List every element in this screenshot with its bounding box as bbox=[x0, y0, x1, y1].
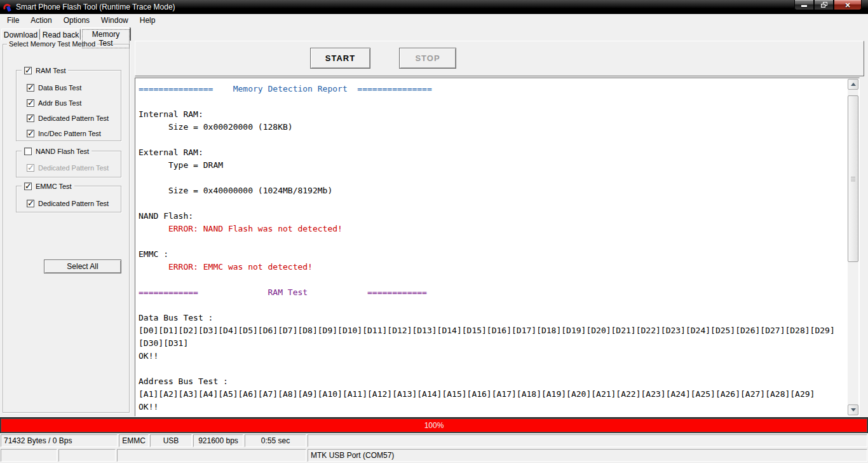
checkbox-inc-dec-pattern-test[interactable]: Inc/Dec Pattern Test bbox=[27, 129, 101, 138]
console-line: OK!! bbox=[139, 350, 848, 363]
status-bar-row2: MTK USB Port (COM57) bbox=[0, 448, 868, 463]
start-button[interactable]: START bbox=[310, 48, 370, 69]
checkbox-ram-test[interactable]: RAM Test bbox=[22, 66, 68, 75]
checkbox-emmc-dedicated-pattern-test[interactable]: Dedicated Pattern Test bbox=[27, 199, 109, 208]
nand-flash-test-group: NAND Flash Test Dedicated Pattern Test bbox=[16, 151, 121, 177]
console-line bbox=[139, 299, 848, 312]
vertical-scrollbar[interactable] bbox=[848, 79, 858, 415]
scrollbar-thumb[interactable] bbox=[848, 95, 858, 262]
checkbox-nand-dedicated-pattern-test: Dedicated Pattern Test bbox=[27, 163, 109, 172]
ram-test-group: RAM Test Data Bus Test Addr Bus Test Ded… bbox=[16, 70, 121, 141]
progress-bar-fill: 100% bbox=[1, 418, 867, 432]
console-line: ERROR: EMMC was not detected! bbox=[139, 261, 848, 273]
console-line: External RAM: bbox=[139, 146, 848, 159]
console-line: Type = DRAM bbox=[139, 159, 848, 172]
console-line: =============== Memory Detection Report … bbox=[139, 83, 848, 95]
tab-strip: Download Read back Memory Test bbox=[0, 27, 868, 40]
menu-options[interactable]: Options bbox=[58, 15, 95, 26]
console-line: NAND Flash: bbox=[139, 210, 848, 223]
tab-memory-test[interactable]: Memory Test bbox=[81, 27, 130, 41]
emmc-checkbox-box bbox=[24, 183, 32, 190]
console-output: =============== Memory Detection Report … bbox=[135, 78, 848, 416]
console-line: Internal RAM: bbox=[139, 108, 848, 121]
scroll-up-icon bbox=[851, 83, 856, 86]
close-icon: ✕ bbox=[844, 1, 850, 10]
console-line: Address Bus Test : bbox=[139, 375, 848, 388]
close-button[interactable]: ✕ bbox=[834, 0, 862, 10]
status-connection-type: USB bbox=[150, 434, 192, 447]
status-spacer bbox=[308, 434, 867, 447]
status2-cell1 bbox=[1, 449, 57, 462]
control-band: START STOP bbox=[135, 41, 864, 76]
progress-percent: 100% bbox=[424, 421, 444, 430]
checkbox-addr-bus-test[interactable]: Addr Bus Test bbox=[27, 99, 81, 107]
select-all-button[interactable]: Select All bbox=[44, 259, 121, 273]
restore-icon bbox=[821, 2, 827, 8]
console-line: ERROR: NAND Flash was not detected! bbox=[139, 223, 848, 235]
tab-download[interactable]: Download bbox=[1, 29, 40, 40]
menu-file[interactable]: File bbox=[1, 15, 25, 26]
console-line: ============ RAM Test ============ bbox=[139, 286, 848, 299]
console-line bbox=[139, 235, 848, 248]
checkbox-emmc-test[interactable]: EMMC Test bbox=[22, 181, 74, 191]
minimize-button[interactable] bbox=[794, 0, 814, 10]
title-bar: Smart Phone Flash Tool (Runtime Trace Mo… bbox=[0, 0, 868, 14]
console-line bbox=[139, 134, 848, 146]
console-line bbox=[139, 172, 848, 184]
console-line bbox=[139, 95, 848, 108]
left-panel: Select Memory Test Method RAM Test Data … bbox=[3, 44, 130, 413]
console-line: [A1][A2][A3][A4][A5][A6][A7][A8][A9][A10… bbox=[139, 388, 848, 401]
console-line: EMMC : bbox=[139, 248, 848, 261]
status-storage-type: EMMC bbox=[119, 434, 149, 447]
ram-test-checkbox-box bbox=[24, 67, 32, 74]
app-icon bbox=[3, 3, 12, 12]
nand-flash-checkbox-box bbox=[24, 148, 32, 155]
menu-window[interactable]: Window bbox=[95, 15, 134, 26]
scroll-down-button[interactable] bbox=[848, 404, 858, 415]
stop-button[interactable]: STOP bbox=[399, 48, 456, 69]
console-line bbox=[139, 273, 848, 286]
status-elapsed-time: 0:55 sec bbox=[245, 434, 306, 447]
tab-read-back[interactable]: Read back bbox=[41, 29, 81, 40]
menu-action[interactable]: Action bbox=[25, 15, 57, 26]
console-line: Data Bus Test : bbox=[139, 312, 848, 324]
scroll-up-button[interactable] bbox=[848, 79, 858, 90]
restore-button[interactable] bbox=[814, 0, 834, 10]
main-content: Select Memory Test Method RAM Test Data … bbox=[0, 40, 868, 417]
minimize-icon bbox=[801, 5, 807, 7]
console-line: [D30][D31] bbox=[139, 337, 848, 350]
memory-report-console: =============== Memory Detection Report … bbox=[135, 78, 860, 417]
checkbox-data-bus-test[interactable]: Data Bus Test bbox=[27, 83, 81, 92]
progress-bar-track: 100% bbox=[0, 417, 868, 433]
status2-cell2 bbox=[58, 449, 116, 462]
status-bar-row1: 71432 Bytes / 0 Bps EMMC USB 921600 bps … bbox=[0, 433, 868, 448]
emmc-test-group: EMMC Test Dedicated Pattern Test bbox=[16, 186, 121, 212]
checkbox-nand-flash-test[interactable]: NAND Flash Test bbox=[22, 146, 92, 156]
status-bytes: 71432 Bytes / 0 Bps bbox=[1, 434, 118, 447]
scroll-down-icon bbox=[851, 408, 856, 411]
console-line: OK!! bbox=[139, 401, 848, 413]
menu-help[interactable]: Help bbox=[134, 15, 161, 26]
console-line bbox=[139, 363, 848, 375]
window-title: Smart Phone Flash Tool (Runtime Trace Mo… bbox=[16, 3, 175, 11]
console-line: Size = 0x00020000 (128KB) bbox=[139, 121, 848, 134]
menu-bar: File Action Options Window Help bbox=[0, 14, 868, 27]
status-usb-port: MTK USB Port (COM57) bbox=[308, 449, 867, 462]
status-baud-rate: 921600 bps bbox=[193, 434, 243, 447]
checkbox-ram-dedicated-pattern-test[interactable]: Dedicated Pattern Test bbox=[27, 114, 109, 123]
status2-cell3 bbox=[117, 449, 306, 462]
console-line bbox=[139, 197, 848, 210]
console-line: Size = 0x40000000 (1024MB/8192Mb) bbox=[139, 184, 848, 197]
console-line: [D0][D1][D2][D3][D4][D5][D6][D7][D8][D9]… bbox=[139, 324, 848, 337]
